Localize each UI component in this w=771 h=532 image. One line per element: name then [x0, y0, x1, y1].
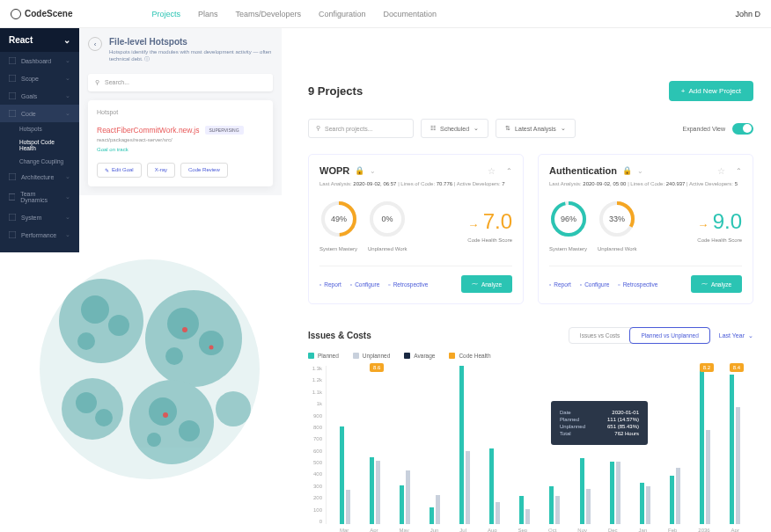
- nav-user[interactable]: John D: [735, 10, 760, 18]
- nav-link-plans[interactable]: Plans: [198, 10, 218, 18]
- logo[interactable]: CodeScene: [11, 9, 72, 19]
- sidebar-item-dashboard[interactable]: Dashboard⌄: [0, 52, 79, 69]
- scheduled-dropdown[interactable]: ☷ Scheduled ⌄: [421, 119, 488, 138]
- bar-unplanned: [496, 502, 500, 524]
- sidebar-sub-change-coupling[interactable]: Change Coupling: [0, 155, 79, 168]
- svg-rect-2: [9, 92, 16, 99]
- bar-group[interactable]: [400, 366, 410, 524]
- bar-group[interactable]: 8.6: [370, 366, 380, 524]
- bar-group[interactable]: [519, 366, 530, 524]
- back-button[interactable]: ‹: [88, 37, 102, 51]
- project-card-wopr: WOPR 🔒 ⌄ ☆ ⌃ Last Analysis: 2020-09-02, …: [308, 154, 524, 304]
- chevron-down-icon[interactable]: ⌄: [370, 167, 376, 175]
- chevron-down-icon: ⌄: [748, 332, 753, 339]
- analyze-button[interactable]: ⁓Analyze: [691, 275, 742, 293]
- bar-planned: [549, 486, 554, 524]
- menu-icon: [9, 173, 16, 180]
- nav-link-configuration[interactable]: Configuration: [319, 10, 366, 18]
- y-tick: 700: [308, 436, 322, 441]
- expand-icon[interactable]: ⌃: [506, 167, 512, 175]
- chevron-icon: ⌄: [65, 92, 70, 99]
- segment-planned-vs-unplanned[interactable]: Planned vs Unplanned: [629, 327, 709, 344]
- sidebar-item-team-dynamics[interactable]: Team Dynamics⌄: [0, 186, 79, 208]
- report-link[interactable]: ▫Report: [549, 281, 571, 288]
- y-tick: 1.1k: [308, 390, 322, 395]
- nav-link-teams/developers[interactable]: Teams/Developers: [236, 10, 302, 18]
- menu-icon: [9, 231, 16, 238]
- expanded-view-toggle[interactable]: [732, 123, 753, 135]
- svg-point-20: [149, 397, 177, 426]
- retrospective-link[interactable]: ▫Retrospective: [618, 281, 657, 288]
- x-tick: May: [399, 528, 408, 532]
- bar-unplanned: [376, 461, 380, 524]
- swatch: [353, 353, 359, 359]
- search-placeholder: Search...: [105, 79, 129, 85]
- bar-group[interactable]: [580, 366, 591, 524]
- arrow-icon: →: [697, 218, 709, 231]
- bar-group[interactable]: [489, 366, 500, 524]
- analyze-button[interactable]: ⁓Analyze: [461, 275, 512, 293]
- retrospective-link[interactable]: ▫Retrospective: [388, 281, 428, 288]
- x-ray-button[interactable]: X-ray: [147, 163, 175, 178]
- x-tick: Mar: [340, 528, 349, 532]
- period-dropdown[interactable]: Last Year ⌄: [719, 332, 753, 339]
- legend-planned[interactable]: Planned: [308, 353, 339, 359]
- edit-goal-button[interactable]: ✎Edit Goal: [97, 163, 142, 178]
- bar-group[interactable]: [640, 366, 650, 524]
- sidebar-item-architecture[interactable]: Architecture⌄: [0, 168, 79, 186]
- legend-unplanned[interactable]: Unplanned: [353, 353, 390, 359]
- sidebar-item-code[interactable]: Code⌄: [0, 105, 79, 122]
- segment-issues-vs-costs[interactable]: Issues vs Costs: [569, 328, 631, 343]
- chevron-down-icon[interactable]: ⌄: [637, 167, 643, 175]
- configure-icon: ▫: [350, 281, 352, 288]
- chart-segment: Issues vs CostsPlanned vs Unplanned: [569, 327, 710, 344]
- hotspot-search[interactable]: ⚲ Search...: [88, 74, 273, 91]
- nav-link-documentation[interactable]: Documentation: [384, 10, 437, 18]
- nav-link-projects[interactable]: Projects: [151, 10, 180, 18]
- bar-group[interactable]: 8.4: [730, 366, 740, 524]
- star-icon[interactable]: ☆: [717, 166, 725, 176]
- expand-icon[interactable]: ⌃: [736, 167, 742, 175]
- bar-unplanned: [436, 495, 440, 524]
- report-link[interactable]: ▫Report: [319, 281, 341, 288]
- projects-search[interactable]: ⚲ Search projects...: [308, 119, 414, 138]
- bar-group[interactable]: 8.2: [700, 366, 710, 524]
- sidebar-item-system[interactable]: System⌄: [0, 208, 79, 226]
- score-label: Code Health Score: [467, 237, 512, 243]
- bar-group[interactable]: [610, 366, 620, 524]
- bar-group[interactable]: [459, 366, 470, 524]
- svg-point-22: [147, 433, 161, 447]
- sidebar-item-performance[interactable]: Performance⌄: [0, 226, 79, 244]
- sidebar-header[interactable]: React ⌄: [0, 28, 79, 52]
- info-icon[interactable]: ⓘ: [144, 56, 150, 62]
- sidebar-item-scope[interactable]: Scope⌄: [0, 69, 79, 87]
- legend-code health[interactable]: Code Health: [449, 353, 490, 359]
- configure-link[interactable]: ▫Configure: [580, 281, 610, 288]
- y-tick: 400: [308, 471, 322, 477]
- add-project-button[interactable]: + Add New Project: [669, 81, 753, 101]
- configure-link[interactable]: ▫Configure: [350, 281, 380, 288]
- issues-chart[interactable]: 1.3k1.2k1.1k1k90080070060050040030020010…: [308, 366, 753, 524]
- bar-unplanned: [555, 496, 560, 524]
- bar-group[interactable]: [670, 366, 680, 524]
- legend-avarage[interactable]: Avarage: [404, 353, 435, 359]
- calendar-icon: ☷: [430, 125, 436, 132]
- bar-planned: [670, 476, 674, 524]
- hotspot-bubble-chart[interactable]: [35, 255, 264, 484]
- bar-unplanned: [616, 462, 620, 524]
- project-meta: Last Analysis: 2020-09-02, 05:00 | Lines…: [549, 181, 742, 186]
- analysis-dropdown[interactable]: ⇅ Latest Analysis ⌄: [496, 119, 576, 138]
- bar-group[interactable]: [549, 366, 560, 524]
- bar-group[interactable]: [430, 366, 440, 524]
- bar-planned: [610, 462, 614, 524]
- project-name: Authentication: [549, 165, 617, 176]
- code-review-button[interactable]: Code Review: [180, 163, 228, 178]
- hotspot-subtitle: Hotspots identify the modules with most …: [109, 49, 273, 63]
- sidebar-sub-hotspots[interactable]: Hotspots: [0, 122, 79, 135]
- star-icon[interactable]: ☆: [488, 166, 496, 176]
- svg-text:0%: 0%: [382, 215, 393, 223]
- sidebar-sub-hotspot-code-health[interactable]: Hotspot Code Health: [0, 135, 79, 155]
- hotspot-file[interactable]: ReactFiberCommitWork.new.js SUPERVISING: [97, 126, 264, 135]
- bar-group[interactable]: [340, 366, 350, 524]
- sidebar-item-goals[interactable]: Goals⌄: [0, 87, 79, 105]
